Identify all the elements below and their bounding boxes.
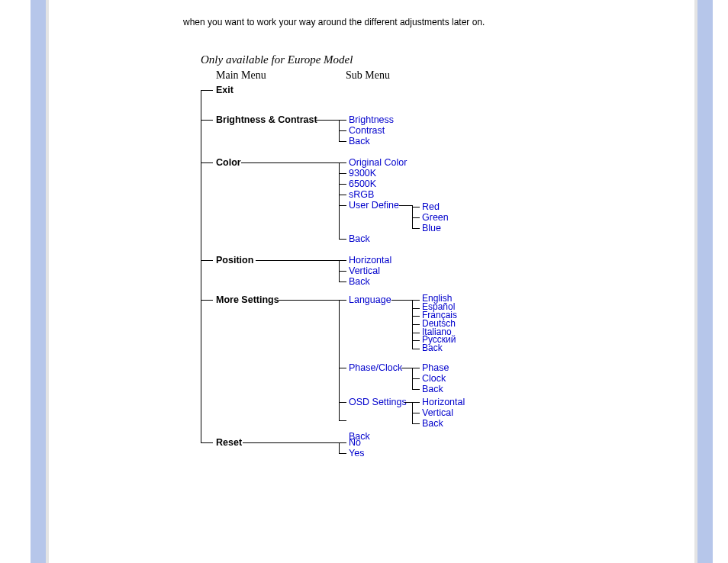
- tree-line: [412, 402, 420, 403]
- page: when you want to work your way around th…: [0, 0, 728, 563]
- tree-line: [201, 90, 213, 91]
- tree-line: [201, 300, 213, 301]
- sub-blue: Blue: [422, 223, 441, 233]
- tree-line: [201, 90, 201, 442]
- tree-line: [339, 130, 346, 131]
- tree-line: [412, 324, 420, 325]
- tree-line: [401, 368, 412, 368]
- tree-line: [412, 340, 420, 341]
- tree-line: [412, 368, 420, 368]
- sub-vertical: Vertical: [349, 265, 380, 276]
- tree-line: [412, 413, 420, 413]
- left-shadow: [46, 0, 49, 563]
- tree-line: [339, 195, 346, 195]
- tree-line: [339, 162, 340, 239]
- tree-line: [241, 162, 339, 163]
- main-color: Color: [216, 157, 241, 168]
- tree-line: [339, 271, 346, 272]
- sub-brightness: Brightness: [349, 114, 394, 125]
- section-title: Only available for Europe Model: [201, 53, 353, 66]
- tree-line: [339, 300, 346, 301]
- main-position: Position: [216, 255, 253, 265]
- sub-original-color: Original Color: [349, 157, 407, 168]
- tree-line: [339, 442, 346, 443]
- main-exit: Exit: [216, 85, 234, 95]
- intro-text: when you want to work your way around th…: [183, 17, 485, 27]
- tree-line: [412, 207, 420, 208]
- tree-line: [339, 162, 346, 163]
- osd-back: Back: [422, 418, 443, 429]
- tree-line: [412, 423, 420, 424]
- tree-line: [412, 217, 420, 218]
- osd-vertical: Vertical: [422, 407, 453, 418]
- tree-line: [279, 300, 339, 301]
- sub-srgb: sRGB: [349, 189, 374, 200]
- sub-yes: Yes: [349, 448, 364, 458]
- tree-line: [339, 173, 346, 174]
- right-shadow: [694, 0, 697, 563]
- tree-line: [201, 260, 213, 261]
- tree-line: [339, 184, 346, 185]
- tree-line: [412, 300, 420, 301]
- sub-clock: Clock: [422, 373, 446, 384]
- sub-9300k: 9300K: [349, 168, 376, 179]
- sub-back: Back: [422, 384, 443, 394]
- sub-osd-settings: OSD Settings: [349, 397, 407, 407]
- tree-line: [412, 378, 420, 379]
- tree-line: [412, 205, 413, 228]
- tree-line: [201, 162, 213, 163]
- tree-line: [391, 300, 412, 301]
- sub-user-define: User Define: [349, 200, 399, 211]
- sub-language: Language: [349, 294, 391, 305]
- right-gutter: [697, 0, 713, 563]
- sub-back: Back: [349, 276, 370, 287]
- sub-menu-header: Sub Menu: [346, 69, 390, 82]
- tree-line: [339, 453, 346, 454]
- tree-line: [201, 442, 213, 443]
- sub-no: No: [349, 437, 361, 448]
- main-brightness-contrast: Brightness & Contrast: [216, 114, 317, 125]
- tree-line: [315, 120, 339, 121]
- tree-line: [339, 402, 346, 403]
- lang-back: Back: [422, 344, 443, 352]
- sub-phase-clock: Phase/Clock: [349, 362, 402, 373]
- tree-line: [339, 205, 346, 206]
- tree-line: [339, 282, 346, 282]
- tree-line: [339, 420, 346, 421]
- sub-back: Back: [349, 233, 370, 244]
- tree-line: [339, 239, 346, 240]
- tree-line: [339, 260, 346, 261]
- tree-line: [256, 260, 339, 261]
- tree-line: [339, 442, 340, 453]
- tree-line: [404, 402, 412, 403]
- left-gutter: [31, 0, 46, 563]
- tree-line: [412, 333, 420, 333]
- sub-back: Back: [349, 136, 370, 146]
- tree-line: [412, 389, 420, 390]
- tree-line: [412, 349, 420, 349]
- tree-line: [339, 368, 346, 368]
- main-more-settings: More Settings: [216, 294, 279, 305]
- tree-line: [339, 141, 346, 142]
- tree-line: [412, 228, 420, 229]
- main-reset: Reset: [216, 437, 242, 448]
- sub-red: Red: [422, 201, 440, 212]
- sub-green: Green: [422, 212, 449, 223]
- sub-6500k: 6500K: [349, 179, 376, 189]
- sub-contrast: Contrast: [349, 125, 385, 136]
- main-menu-header: Main Menu: [216, 69, 266, 82]
- osd-horizontal: Horizontal: [422, 397, 465, 407]
- tree-line: [399, 205, 412, 206]
- tree-line: [412, 316, 420, 317]
- tree-line: [201, 120, 213, 121]
- sub-horizontal: Horizontal: [349, 255, 391, 265]
- tree-line: [339, 120, 346, 121]
- sub-phase: Phase: [422, 362, 449, 373]
- tree-line: [243, 442, 339, 443]
- tree-line: [412, 308, 420, 309]
